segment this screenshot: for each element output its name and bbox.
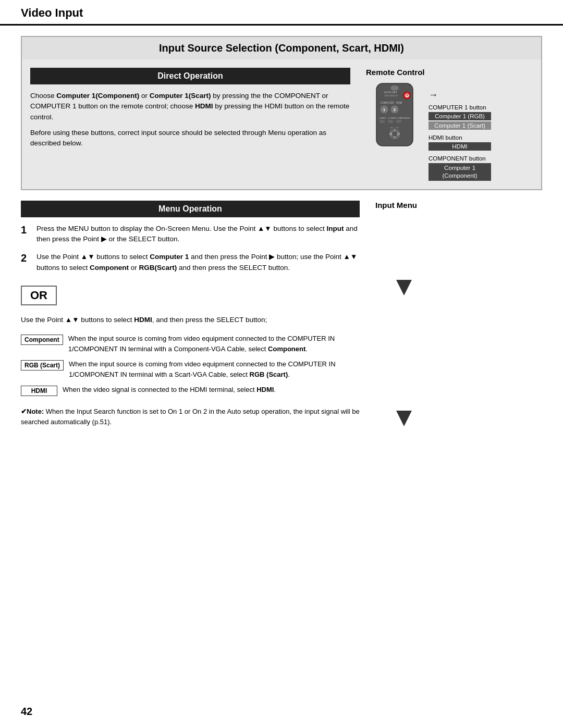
down-arrow-2 — [391, 408, 542, 430]
menu-step-2: 2 Use the Point ▲▼ buttons to select Com… — [21, 252, 360, 273]
direct-operation-col: Direct Operation Choose Computer 1(Compo… — [30, 68, 350, 181]
svg-text:COMPONEN...: COMPONEN... — [397, 117, 411, 119]
hdmi-label-row: HDMI When the video signal is connected … — [21, 385, 360, 396]
down-arrow-svg-2 — [391, 408, 417, 429]
svg-point-24 — [392, 131, 397, 137]
note-text: When the Input Search function is set to… — [21, 408, 360, 426]
direct-operation-bar: Direct Operation — [30, 68, 350, 84]
svg-point-1 — [390, 85, 399, 91]
computer1-rgb-box: Computer 1 (RGB) — [429, 112, 491, 120]
svg-text:ON/STAND-BY: ON/STAND-BY — [384, 94, 398, 97]
component-box-label: Component — [21, 335, 63, 345]
page-title: Video Input — [21, 6, 83, 19]
menu-steps-list: 1 Press the MENU button to display the O… — [21, 224, 360, 273]
input-menu-spacer2 — [375, 304, 542, 408]
down-arrow-1 — [391, 277, 542, 300]
component-box-desc: When the input source is coming from vid… — [68, 334, 360, 354]
main-content: Input Source Selection (Component, Scart… — [0, 26, 563, 441]
menu-step-1: 1 Press the MENU button to display the O… — [21, 224, 360, 245]
rgb-scart-box-desc: When the input source is coming from vid… — [69, 359, 360, 379]
svg-marker-25 — [396, 280, 412, 295]
hdmi-button-label-row: HDMI button — [429, 133, 491, 141]
arrow-right: → — [429, 90, 491, 100]
section-title: Input Source Selection (Component, Scart… — [22, 37, 541, 59]
svg-text:⏻: ⏻ — [405, 93, 409, 98]
down-arrow-svg-1 — [391, 277, 417, 298]
direct-op-para2: Before using these buttons, correct inpu… — [30, 128, 350, 149]
svg-rect-16 — [388, 120, 393, 123]
remote-labels: → COMPUTER 1 button Computer 1 (RGB) Com… — [429, 81, 491, 181]
page-number: 42 — [21, 706, 32, 718]
svg-text:1: 1 — [383, 107, 386, 112]
menu-operation-bar: Menu Operation — [21, 201, 360, 217]
menu-operation-col: Menu Operation 1 Press the MENU button t… — [21, 201, 360, 430]
remote-diagram: ⏻ AUTO SET ON/STAND-BY COMPUTER HDMI 1 — [366, 81, 533, 181]
input-menu-col: Input Menu — [375, 201, 542, 430]
bottom-two-col: Menu Operation 1 Press the MENU button t… — [21, 201, 542, 430]
svg-text:COMPUTER: COMPUTER — [381, 102, 395, 104]
svg-text:VIDEO: VIDEO — [380, 117, 386, 119]
input-menu-label: Input Menu — [375, 201, 542, 209]
hdmi-box-desc: When the video signal is connected to th… — [63, 385, 360, 395]
rgb-scart-box-label: RGB (Scart) — [21, 360, 64, 371]
section-box: Input Source Selection (Component, Scart… — [21, 36, 542, 190]
svg-rect-17 — [396, 120, 401, 123]
remote-image: ⏻ AUTO SET ON/STAND-BY COMPUTER HDMI 1 — [366, 81, 423, 149]
remote-control-col: Remote Control ⏻ AUTO — [366, 68, 533, 181]
component-box: Computer 1 (Component) — [429, 163, 491, 181]
svg-text:AUTO SET: AUTO SET — [384, 91, 397, 94]
svg-rect-15 — [380, 120, 385, 123]
computer1-scart-box: Computer 1 (Scart) — [429, 121, 491, 130]
remote-control-label: Remote Control — [366, 68, 533, 77]
component-label-row: Component When the input source is comin… — [21, 334, 360, 354]
or-box: OR — [21, 286, 57, 305]
input-menu-spacer — [375, 215, 542, 277]
remote-svg: ⏻ AUTO SET ON/STAND-BY COMPUTER HDMI 1 — [366, 81, 423, 149]
direct-op-para1: Choose Computer 1(Component) or Computer… — [30, 91, 350, 122]
computer1-button-label: COMPUTER 1 button — [429, 103, 491, 111]
hdmi-box: HDMI — [429, 142, 491, 151]
rgb-scart-label-row: RGB (Scart) When the input source is com… — [21, 359, 360, 379]
step2-text: Use the Point ▲▼ buttons to select Compu… — [36, 252, 360, 273]
two-col-layout: Direct Operation Choose Computer 1(Compo… — [22, 59, 541, 189]
svg-text:2: 2 — [394, 107, 396, 112]
svg-text:S-VIDEO: S-VIDEO — [388, 117, 396, 119]
use-point-line: Use the Point ▲▼ buttons to select HDMI,… — [21, 315, 360, 325]
note-section: ✔Note: When the Input Search function is… — [21, 406, 360, 427]
hdmi-box-label: HDMI — [21, 386, 57, 396]
component-button-label-row: COMPONENT button — [429, 154, 491, 162]
note-title: ✔Note: — [21, 408, 44, 415]
svg-marker-26 — [396, 411, 412, 426]
step1-text: Press the MENU button to display the On-… — [36, 224, 360, 245]
page-header: Video Input — [0, 0, 563, 26]
svg-text:HDMI: HDMI — [396, 102, 402, 104]
